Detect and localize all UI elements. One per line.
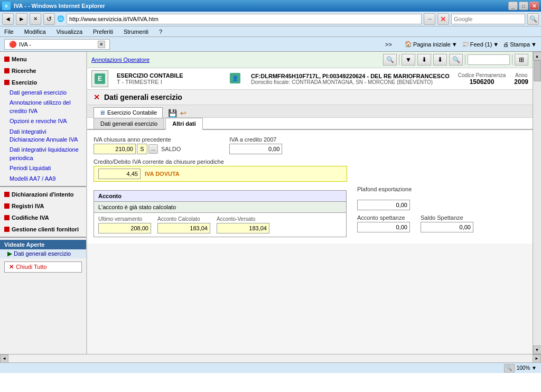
sidebar-menu-header[interactable]: Menu (0, 54, 86, 64)
registri-icon (4, 203, 10, 209)
close-button[interactable]: ✕ (529, 2, 539, 10)
sidebar-codifiche-header[interactable]: Codifiche IVA (0, 212, 86, 223)
acconto-msg-text: L'acconto è già stato calcolato (98, 204, 176, 210)
address-bar: 🌐 → ✕ (57, 13, 449, 25)
filter-funnel-icon: ⬇ (422, 56, 427, 63)
menu-preferiti[interactable]: Preferiti (91, 29, 115, 35)
menu-file[interactable]: File (2, 29, 16, 35)
scrollbar-vertical[interactable]: ▲ ▼ (533, 52, 541, 354)
scroll-up-button[interactable]: ▲ (533, 52, 542, 60)
filter3-icon[interactable]: ⬇ (433, 54, 447, 66)
refresh-page-button[interactable]: ✕ (437, 13, 449, 25)
plafond-input[interactable] (357, 200, 410, 210)
sidebar-ricerche-header[interactable]: Ricerche (0, 66, 86, 76)
stop-button[interactable]: ✕ (30, 13, 41, 25)
sub-tab-altri-dati[interactable]: Altri dati (165, 118, 203, 130)
esercizio-icon (4, 80, 10, 85)
window-title: IVA - - Windows Internet Explorer (14, 3, 105, 9)
app-icon: e (2, 2, 11, 10)
window-controls[interactable]: _ □ ✕ (508, 2, 539, 10)
sidebar-item-dati-generali[interactable]: Dati generali esercizio (0, 88, 86, 98)
refresh-button[interactable]: ↺ (43, 13, 55, 25)
scroll-down-button[interactable]: ▼ (533, 346, 542, 354)
sidebar-item-dati-liquidazione[interactable]: Dati integrativi liquidazione periodica (0, 145, 86, 163)
search-button[interactable]: 🔍 (527, 13, 539, 25)
plafond-label: Plafond esportazione (357, 186, 412, 192)
s-code-input[interactable] (137, 144, 147, 154)
menu-strumenti[interactable]: Strumenti (122, 29, 151, 35)
tab-label[interactable]: IVA - (19, 41, 31, 48)
go-button[interactable]: → (424, 13, 435, 25)
dichiarazioni-label: Dichiarazioni d'intento (12, 191, 74, 198)
gestione-icon (4, 227, 10, 232)
right-panel: Plafond esportazione Acconto spettanze S… (357, 186, 526, 237)
scroll-left-button[interactable]: ◄ (0, 354, 8, 363)
ricerche-label: Ricerche (12, 68, 36, 74)
search-input[interactable] (451, 14, 525, 24)
tab-esercizio[interactable]: 🖥 Esercizio Contabile (94, 107, 163, 118)
filter2-icon[interactable]: ⬇ (417, 54, 431, 66)
acconto-calcolato-input[interactable] (157, 223, 210, 234)
credito-debito-input[interactable] (98, 169, 141, 179)
filter-input[interactable] (468, 54, 510, 65)
scroll-right-button[interactable]: ► (533, 354, 541, 363)
feed-button[interactable]: 📰 Feed (1) ▼ (462, 41, 499, 48)
sidebar-item-dati-integrativi[interactable]: Dati integrativi Dichiarazione Annuale I… (0, 127, 86, 145)
zoom-button[interactable]: 🔍 (504, 364, 515, 372)
address-input[interactable] (67, 14, 422, 24)
minimize-button[interactable]: _ (508, 2, 518, 10)
filter-icon[interactable]: ▼ (402, 54, 415, 66)
codifiche-icon (4, 215, 10, 220)
entity-icon: E (91, 70, 108, 87)
save-icon[interactable]: 💾 (168, 109, 177, 117)
menu-modifica[interactable]: Modifica (22, 29, 48, 35)
home-dropdown-icon[interactable]: ▼ (452, 41, 458, 48)
saldo-label: SALDO (161, 146, 181, 152)
sidebar-esercizio-header[interactable]: Esercizio (0, 77, 86, 88)
acconto-versato-input[interactable] (217, 223, 269, 234)
grid-icon[interactable]: ⊞ (515, 54, 528, 66)
separator3 (512, 54, 512, 65)
menu-visualizza[interactable]: Visualizza (54, 29, 85, 35)
sidebar: Menu Ricerche Esercizio Dati generali es… (0, 52, 87, 354)
back-button[interactable]: ◄ (2, 13, 14, 25)
zoom-level: 100% ▼ (517, 365, 537, 371)
tab-esercizio-icon: 🖥 (99, 109, 105, 116)
sidebar-item-opzioni[interactable]: Opzioni e revoche IVA (0, 116, 86, 126)
sidebar-gestione-header[interactable]: Gestione clienti fornitori (0, 224, 86, 235)
sidebar-item-annotazione[interactable]: Annotazione utilizzo del credito IVA (0, 98, 86, 116)
scrollbar-horizontal[interactable]: ◄ ► (0, 354, 541, 362)
undo-icon[interactable]: ↩ (180, 109, 186, 117)
scroll-thumb[interactable] (534, 60, 541, 81)
print-dropdown-icon[interactable]: ▼ (531, 41, 537, 48)
forward-button[interactable]: ► (16, 13, 27, 25)
separator (399, 54, 399, 65)
videate-dati-generali[interactable]: ▶ Dati generali esercizio (0, 249, 86, 258)
menu-help[interactable]: ? (157, 29, 164, 35)
sidebar-registri-header[interactable]: Registri IVA (0, 201, 86, 211)
print-button[interactable]: 🖨 Stampa ▼ (503, 41, 537, 48)
sidebar-item-modelli[interactable]: Modelli AA7 / AA9 (0, 174, 86, 184)
search-toolbar-icon[interactable]: 🔍 (383, 54, 397, 66)
annotazioni-link[interactable]: Annotazioni Operatore (91, 57, 150, 63)
menu-label: Menu (12, 56, 27, 62)
restore-button[interactable]: □ (519, 2, 528, 10)
more-tabs-button[interactable]: >> (385, 41, 392, 48)
feed-dropdown-icon[interactable]: ▼ (493, 41, 499, 48)
sidebar-item-periodi[interactable]: Periodi Liquidati (0, 163, 86, 173)
iva-credito-input[interactable] (229, 144, 282, 154)
saldo-spettanze-input[interactable] (421, 222, 473, 232)
acconto-spettanze-label: Acconto spettanze (357, 214, 405, 221)
iva-chiusura-input[interactable] (94, 144, 136, 154)
acconto-spettanze-input[interactable] (357, 222, 410, 232)
page-title-bar: ✕ Dati generali esercizio (87, 90, 533, 105)
home-button[interactable]: 🏠 Pagina iniziale ▼ (405, 41, 458, 48)
sidebar-dichiarazioni-header[interactable]: Dichiarazioni d'intento (0, 189, 86, 200)
plafond-row: Plafond esportazione (357, 186, 526, 210)
tab-close-button[interactable]: ✕ (98, 41, 105, 48)
chiudi-tutto-button[interactable]: ✕ Chiudi Tutto (4, 262, 82, 273)
iva-chiusura-expand-button[interactable]: ... (148, 144, 158, 154)
sub-tab-dati-generali[interactable]: Dati generali esercizio (94, 118, 164, 129)
ultimo-versamento-input[interactable] (98, 223, 151, 234)
filter4-icon[interactable]: 🔍 (449, 54, 463, 66)
